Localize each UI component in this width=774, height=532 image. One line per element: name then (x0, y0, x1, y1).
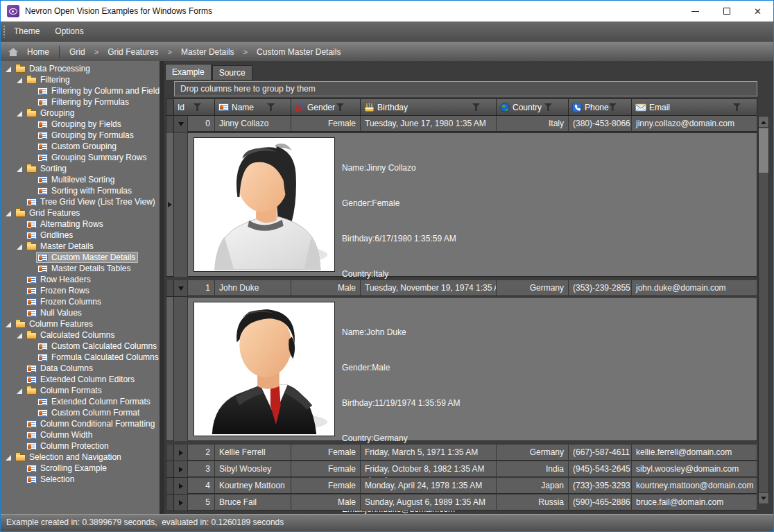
close-button[interactable]: ✕ (742, 1, 773, 22)
cell-country[interactable]: Japan (497, 478, 569, 494)
tree-item[interactable]: Data Processing (1, 63, 160, 74)
column-header-gender[interactable]: Gender (291, 98, 361, 116)
menu-options[interactable]: Options (47, 22, 91, 41)
tree-item[interactable]: Grid Features (1, 207, 160, 218)
tree-item[interactable]: Selection (1, 474, 160, 485)
tree-expander-icon[interactable] (15, 74, 25, 85)
tree-item[interactable]: Filtering (1, 74, 160, 85)
tree-item[interactable]: Grouping by Formulas (1, 130, 160, 141)
tree-item[interactable]: Column Conditional Formatting (1, 418, 160, 429)
menu-theme[interactable]: Theme (6, 22, 47, 41)
grid-row[interactable]: 0 Jinny Collazo Female Tuesday, June 17,… (166, 116, 757, 132)
tree-expander-icon[interactable] (15, 241, 25, 252)
tree-item[interactable]: Grouping by Fields (1, 119, 160, 130)
panel-splitter[interactable] (160, 61, 164, 514)
cell-birthday[interactable]: Friday, October 8, 1982 1:35 AM (361, 461, 497, 477)
tree-item[interactable]: Tree Grid View (List Tree View) (1, 196, 160, 207)
grid-row[interactable]: 2 Kellie Ferrell Female Friday, March 5,… (166, 445, 757, 461)
tree-item[interactable]: Custom Calculated Columns (1, 341, 160, 352)
cell-gender[interactable]: Female (291, 116, 361, 132)
cell-name[interactable]: Sibyl Woosley (215, 461, 291, 477)
filter-icon[interactable] (544, 103, 552, 111)
tree-expander-icon[interactable] (15, 163, 25, 174)
row-expander[interactable] (174, 445, 188, 461)
column-header-email[interactable]: Email (632, 98, 757, 116)
cell-gender[interactable]: Female (291, 445, 361, 461)
cell-phone[interactable]: (945)-543-2645 (569, 461, 632, 477)
row-expander[interactable] (174, 478, 188, 495)
cell-country[interactable]: Italy (497, 116, 569, 132)
cell-id[interactable]: 5 (188, 495, 215, 510)
column-header-id[interactable]: Id (174, 98, 215, 116)
tree-item[interactable]: Custom Column Format (1, 407, 160, 418)
cell-gender[interactable]: Male (291, 280, 361, 296)
tree-item[interactable]: Column Formats (1, 385, 160, 396)
tree-item[interactable]: Grouping Summary Rows (1, 152, 160, 163)
cell-email[interactable]: kourtney.mattoon@domain.com (632, 478, 757, 494)
cell-gender[interactable]: Male (291, 495, 361, 510)
tree-expander-icon[interactable] (4, 207, 14, 218)
filter-icon[interactable] (194, 103, 201, 111)
filter-icon[interactable] (733, 103, 741, 111)
tree-item[interactable]: Alternating Rows (1, 218, 160, 230)
tree-item[interactable]: Sorting with Formulas (1, 185, 160, 196)
breadcrumb-item[interactable]: Custom Master Details (252, 47, 345, 57)
tree-item[interactable]: Custom Grouping (1, 141, 160, 152)
cell-country[interactable]: India (497, 461, 569, 477)
scroll-down-button[interactable] (759, 492, 768, 504)
cell-name[interactable]: Jinny Collazo (215, 116, 291, 132)
tree-item[interactable]: Extended Column Editors (1, 374, 160, 385)
cell-country[interactable]: Russia (497, 495, 569, 510)
column-header-phone[interactable]: Phone (569, 98, 632, 116)
cell-birthday[interactable]: Tuesday, June 17, 1980 1:35 AM (361, 116, 497, 132)
cell-birthday[interactable]: Monday, April 24, 1978 1:35 AM (361, 478, 497, 494)
cell-email[interactable]: sibyl.woosley@domain.com (632, 461, 757, 477)
tree-expander-icon[interactable] (15, 329, 25, 341)
tree-item[interactable]: Column Width (1, 429, 160, 440)
filter-icon[interactable] (336, 103, 344, 111)
column-header-name[interactable]: Name (215, 98, 291, 116)
cell-phone[interactable]: (353)-239-2855 (569, 280, 632, 296)
tree-item[interactable]: Frozen Rows (1, 285, 160, 296)
cell-email[interactable]: bruce.fail@domain.com (632, 495, 757, 510)
tree-item[interactable]: Multilevel Sorting (1, 174, 160, 185)
tree-item[interactable]: Column Protection (1, 440, 160, 452)
row-expander[interactable] (174, 461, 188, 478)
tree-item[interactable]: Data Columns (1, 363, 160, 374)
cell-id[interactable]: 3 (188, 461, 215, 477)
cell-birthday[interactable]: Sunday, August 6, 1989 1:35 AM (361, 495, 497, 510)
tree-expander-icon[interactable] (15, 385, 25, 396)
cell-country[interactable]: Germany (497, 445, 569, 461)
minimize-button[interactable] (680, 1, 711, 22)
column-header-country[interactable]: Country (497, 98, 569, 116)
tree-item[interactable]: Scrolling Example (1, 463, 160, 474)
breadcrumb-item[interactable]: Grid Features (103, 47, 162, 57)
tree-item[interactable]: Grouping (1, 108, 160, 119)
row-expander[interactable] (174, 495, 188, 511)
cell-email[interactable]: jinny.collazo@domain.com (632, 116, 757, 132)
cell-phone[interactable]: (590)-465-2886 (569, 495, 632, 510)
breadcrumb-item[interactable]: Grid (65, 47, 89, 57)
tree-item[interactable]: Row Headers (1, 274, 160, 285)
row-expander[interactable] (174, 280, 188, 297)
tree-expander-icon[interactable] (4, 318, 14, 329)
breadcrumb-item[interactable]: Master Details (177, 47, 239, 57)
tree-item[interactable]: Master Details Tables (1, 263, 160, 274)
cell-phone[interactable]: (380)-453-8066 (569, 116, 632, 132)
maximize-button[interactable] (711, 1, 742, 22)
home-icon[interactable] (8, 48, 18, 56)
group-by-area[interactable]: Drop columns here to group by them (174, 81, 757, 96)
cell-name[interactable]: Kourtney Mattoon (215, 478, 291, 494)
cell-birthday[interactable]: Tuesday, November 19, 1974 1:35 AM (361, 280, 497, 296)
cell-name[interactable]: John Duke (215, 280, 291, 296)
grid-row[interactable]: 1 John Duke Male Tuesday, November 19, 1… (166, 280, 757, 297)
scrollbar-thumb[interactable] (759, 128, 768, 173)
cell-phone[interactable]: (733)-395-3293 (569, 478, 632, 494)
cell-email[interactable]: john.duke@domain.com (632, 280, 757, 296)
cell-country[interactable]: Germany (497, 280, 569, 296)
cell-gender[interactable]: Female (291, 461, 361, 477)
filter-icon[interactable] (609, 103, 617, 111)
column-header-birthday[interactable]: Birthday (361, 98, 497, 116)
tree-item[interactable]: Sorting (1, 163, 160, 174)
cell-phone[interactable]: (667)-587-4611 (569, 445, 632, 461)
